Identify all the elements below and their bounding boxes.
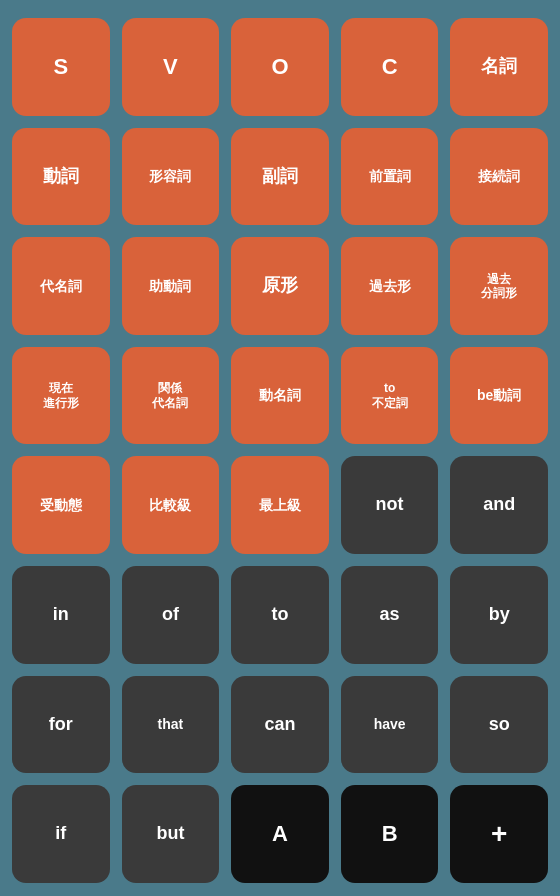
tile-1-2[interactable]: 副詞: [231, 128, 329, 226]
tile-0-1[interactable]: V: [122, 18, 220, 116]
tile-7-2[interactable]: A: [231, 785, 329, 883]
tile-6-2[interactable]: can: [231, 676, 329, 774]
tile-4-2[interactable]: 最上級: [231, 456, 329, 554]
tile-3-3[interactable]: to 不定詞: [341, 347, 439, 445]
tile-6-0[interactable]: for: [12, 676, 110, 774]
tile-3-0[interactable]: 現在 進行形: [12, 347, 110, 445]
tile-6-4[interactable]: so: [450, 676, 548, 774]
tile-5-3[interactable]: as: [341, 566, 439, 664]
tile-6-3[interactable]: have: [341, 676, 439, 774]
tile-5-4[interactable]: by: [450, 566, 548, 664]
tile-4-1[interactable]: 比較級: [122, 456, 220, 554]
tile-5-1[interactable]: of: [122, 566, 220, 664]
tile-3-4[interactable]: be動詞: [450, 347, 548, 445]
tile-2-1[interactable]: 助動詞: [122, 237, 220, 335]
tile-2-2[interactable]: 原形: [231, 237, 329, 335]
tile-4-0[interactable]: 受動態: [12, 456, 110, 554]
tile-grid: SVOC名詞動詞形容詞副詞前置詞接続詞代名詞助動詞原形過去形過去 分詞形現在 進…: [12, 18, 548, 883]
tile-2-4[interactable]: 過去 分詞形: [450, 237, 548, 335]
tile-1-0[interactable]: 動詞: [12, 128, 110, 226]
tile-7-1[interactable]: but: [122, 785, 220, 883]
tile-3-1[interactable]: 関係 代名詞: [122, 347, 220, 445]
tile-2-0[interactable]: 代名詞: [12, 237, 110, 335]
tile-0-3[interactable]: C: [341, 18, 439, 116]
tile-5-0[interactable]: in: [12, 566, 110, 664]
tile-7-3[interactable]: B: [341, 785, 439, 883]
tile-7-4[interactable]: +: [450, 785, 548, 883]
tile-0-2[interactable]: O: [231, 18, 329, 116]
tile-5-2[interactable]: to: [231, 566, 329, 664]
tile-0-0[interactable]: S: [12, 18, 110, 116]
tile-4-3[interactable]: not: [341, 456, 439, 554]
tile-0-4[interactable]: 名詞: [450, 18, 548, 116]
tile-1-3[interactable]: 前置詞: [341, 128, 439, 226]
tile-3-2[interactable]: 動名詞: [231, 347, 329, 445]
tile-4-4[interactable]: and: [450, 456, 548, 554]
tile-1-4[interactable]: 接続詞: [450, 128, 548, 226]
tile-7-0[interactable]: if: [12, 785, 110, 883]
tile-1-1[interactable]: 形容詞: [122, 128, 220, 226]
tile-2-3[interactable]: 過去形: [341, 237, 439, 335]
tile-6-1[interactable]: that: [122, 676, 220, 774]
